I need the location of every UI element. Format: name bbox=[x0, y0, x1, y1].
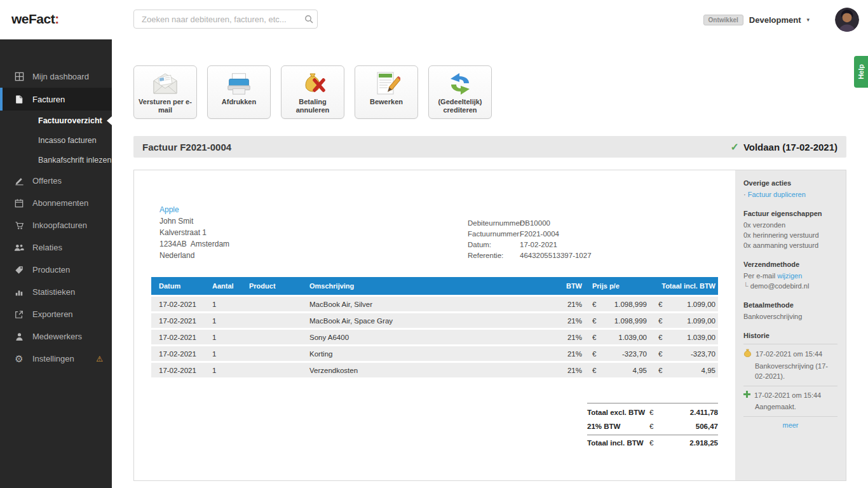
total-value: 2.918,25 bbox=[672, 439, 718, 447]
overige-acties-section: Overige acties · Factuur dupliceren bbox=[743, 179, 837, 200]
status-text: Voldaan (17-02-2021) bbox=[743, 142, 837, 152]
currency-symbol: € bbox=[649, 423, 672, 430]
duplicate-invoice-link[interactable]: Factuur dupliceren bbox=[748, 191, 806, 198]
logo-text: weFact bbox=[11, 11, 55, 26]
sidebar-subitem-label: Factuuroverzicht bbox=[38, 116, 102, 125]
plus-icon bbox=[743, 391, 750, 400]
cell-currency: € bbox=[582, 350, 604, 358]
history-item: 17-02-2021 om 15:44 Aangemaakt. bbox=[743, 391, 837, 412]
edit-document-icon bbox=[372, 70, 400, 98]
tag-icon bbox=[14, 265, 24, 275]
cell-datum: 17-02-2021 bbox=[151, 301, 212, 308]
button-label: Bewerken bbox=[367, 98, 405, 106]
meta-label: Referentie: bbox=[468, 250, 520, 261]
sidebar-item-relaties[interactable]: Relaties bbox=[0, 236, 112, 259]
sidebar-subitem-incasso-facturen[interactable]: Incasso facturen bbox=[0, 130, 112, 150]
table-header: Datum Aantal Product Omschrijving BTW Pr… bbox=[151, 277, 718, 295]
warning-icon: ⚠ bbox=[96, 355, 103, 363]
env-name[interactable]: Development bbox=[749, 15, 801, 25]
sidebar-item-exporteren[interactable]: Exporteren bbox=[0, 303, 112, 325]
col-omschrijving: Omschrijving bbox=[309, 282, 547, 290]
meta-value: 17-02-2021 bbox=[520, 240, 557, 250]
button-label: (Gedeeltelijk) crediteren bbox=[429, 98, 491, 114]
sidebar-item-offertes[interactable]: Offertes bbox=[0, 170, 112, 192]
invoice-meta: Debiteurnummer:DB10000 Factuurnummer:F20… bbox=[468, 218, 592, 261]
sidebar-item-inkoopfacturen[interactable]: Inkoopfacturen bbox=[0, 214, 112, 236]
section-title: Historie bbox=[743, 332, 837, 339]
cell-prijs: 1.098,999 bbox=[604, 317, 647, 325]
cell-currency: € bbox=[647, 367, 670, 374]
customer-name-link[interactable]: Apple bbox=[159, 204, 229, 215]
cell-totaal: 1.099,00 bbox=[670, 301, 718, 308]
credit-arrows-icon bbox=[446, 70, 474, 98]
actions-sidebar: Overige acties · Factuur dupliceren Fact… bbox=[735, 170, 846, 480]
more-history-link[interactable]: meer bbox=[782, 421, 798, 429]
cell-totaal: 1.039,00 bbox=[670, 334, 718, 341]
env-badge: Ontwikkel bbox=[703, 15, 743, 25]
sidebar-item-medewerkers[interactable]: Medewerkers bbox=[0, 325, 112, 348]
invoice-panel: Apple John Smit Kalverstraat 1 1234AB Am… bbox=[133, 170, 846, 481]
history-date: 17-02-2021 om 15:44 bbox=[756, 349, 822, 359]
cancel-payment-button[interactable]: Betaling annuleren bbox=[281, 65, 344, 119]
customer-country: Nederland bbox=[159, 250, 229, 261]
table-row: 17-02-20211MacBook Air, Space Gray21%€1.… bbox=[151, 313, 718, 328]
chevron-down-icon: ▾ bbox=[806, 17, 810, 23]
eigenschappen-section: Factuur eigenschappen 0x verzonden 0x he… bbox=[743, 210, 837, 250]
sidebar-item-dashboard[interactable]: Mijn dashboard bbox=[0, 65, 112, 88]
customer-block: Apple John Smit Kalverstraat 1 1234AB Am… bbox=[159, 204, 229, 261]
bullet: · bbox=[743, 191, 746, 198]
search-icon[interactable] bbox=[301, 15, 317, 24]
table-row: 17-02-20211Korting21%€-323,70€-323,70 bbox=[151, 346, 718, 361]
cell-btw: 21% bbox=[547, 334, 582, 341]
table-row: 17-02-20211Verzendkosten21%€4,95€4,95 bbox=[151, 363, 718, 377]
sidebar-subitem-bankafschrift-inlezen[interactable]: Bankafschrift inlezen bbox=[0, 150, 112, 170]
col-totaal: Totaal incl. BTW bbox=[647, 282, 718, 290]
sidebar-item-producten[interactable]: Producten bbox=[0, 259, 112, 281]
search-input[interactable] bbox=[134, 15, 301, 24]
button-label: Betaling annuleren bbox=[281, 98, 344, 114]
moneybag-icon bbox=[743, 349, 752, 360]
cell-currency: € bbox=[647, 317, 670, 325]
change-send-method-link[interactable]: wijzigen bbox=[777, 272, 802, 280]
sidebar-item-facturen[interactable]: Facturen bbox=[0, 88, 112, 111]
sidebar-item-abonnementen[interactable]: Abonnementen bbox=[0, 192, 112, 214]
send-email-button[interactable]: Versturen per e-mail bbox=[133, 65, 197, 119]
check-icon: ✓ bbox=[730, 141, 738, 153]
sidebar-item-instellingen[interactable]: ⚙ Instellingen ⚠ bbox=[0, 348, 112, 370]
credit-button[interactable]: (Gedeeltelijk) crediteren bbox=[428, 65, 492, 119]
help-tab[interactable]: Help bbox=[854, 56, 868, 88]
print-button[interactable]: Afdrukken bbox=[207, 65, 271, 119]
sidebar-item-statistieken[interactable]: Statistieken bbox=[0, 281, 112, 303]
sidebar-item-label: Instellingen bbox=[32, 354, 74, 363]
gear-icon: ⚙ bbox=[14, 354, 24, 364]
invoice-toolbar: Versturen per e-mail Afdrukken bbox=[133, 65, 492, 119]
betaalmethode-section: Betaalmethode Bankoverschrijving bbox=[743, 301, 837, 322]
button-label: Versturen per e-mail bbox=[134, 98, 196, 114]
sidebar-item-label: Offertes bbox=[32, 176, 62, 186]
invoice-totals: Totaal excl. BTW € 2.411,78 21% BTW € 50… bbox=[587, 403, 718, 449]
cell-datum: 17-02-2021 bbox=[151, 334, 212, 341]
sidebar-subitem-factuuroverzicht[interactable]: Factuuroverzicht bbox=[0, 111, 112, 130]
user-avatar[interactable] bbox=[835, 8, 859, 32]
bar-chart-icon bbox=[14, 287, 24, 297]
table-row: 17-02-20211MacBook Air, Silver21%€1.098,… bbox=[151, 297, 718, 311]
wefact-logo: weFact: bbox=[11, 11, 59, 27]
environment-switcher[interactable]: Ontwikkel Development ▾ bbox=[703, 0, 810, 39]
meta-value: 4643205513397-1027 bbox=[520, 250, 592, 261]
section-title: Verzendmethode bbox=[743, 261, 837, 268]
sidebar-item-label: Inkoopfacturen bbox=[32, 220, 87, 230]
cell-omschrijving: Sony A6400 bbox=[309, 334, 547, 341]
totals-row-btw: 21% BTW € 506,47 bbox=[587, 419, 718, 433]
cell-aantal: 1 bbox=[212, 317, 249, 325]
edit-button[interactable]: Bewerken bbox=[355, 65, 418, 119]
person-icon bbox=[14, 332, 24, 342]
totals-row-incl: Totaal incl. BTW € 2.918,25 bbox=[587, 435, 718, 449]
cell-omschrijving: Korting bbox=[309, 350, 547, 358]
cell-btw: 21% bbox=[547, 317, 582, 325]
cell-totaal: -323,70 bbox=[670, 350, 718, 358]
people-icon bbox=[14, 243, 24, 253]
sidebar-item-label: Mijn dashboard bbox=[32, 72, 89, 81]
sidebar-nav: Mijn dashboard Facturen Factuuroverzicht… bbox=[0, 39, 112, 370]
cell-aantal: 1 bbox=[212, 350, 249, 358]
total-value: 506,47 bbox=[672, 423, 718, 430]
